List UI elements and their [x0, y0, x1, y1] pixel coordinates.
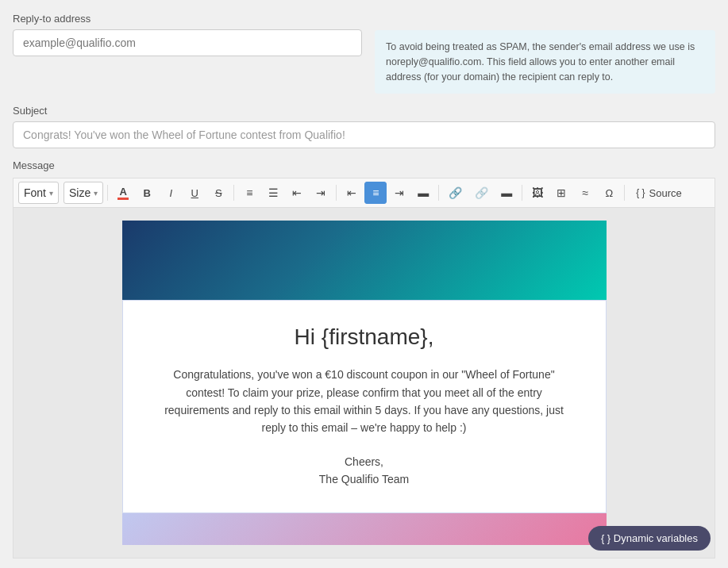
link-button[interactable]: 🔗 — [443, 182, 468, 204]
email-body: Hi {firstname}, Congratulations, you've … — [122, 300, 607, 512]
email-preview: Hi {firstname}, Congratulations, you've … — [122, 221, 607, 544]
subject-input[interactable] — [13, 121, 715, 148]
unlink-button[interactable]: 🔗 — [469, 182, 494, 204]
reply-to-col: Reply-to address — [13, 13, 362, 56]
form-section: Reply-to address To avoid being treated … — [13, 13, 715, 558]
reply-to-input[interactable] — [13, 29, 362, 56]
align-center-button[interactable]: ≡ — [364, 182, 387, 204]
justify-button[interactable]: ▬ — [412, 182, 434, 204]
indent-icon: ⇥ — [316, 186, 325, 199]
special-chars-icon: ≈ — [582, 186, 588, 199]
source-button[interactable]: { } Source — [629, 182, 689, 204]
email-footer-banner — [122, 513, 607, 545]
subject-label: Subject — [13, 105, 715, 117]
separator-4 — [438, 185, 439, 201]
align-left-icon: ⇤ — [347, 186, 356, 199]
size-chevron-icon: ▾ — [94, 189, 98, 198]
strikethrough-button[interactable]: S — [207, 182, 229, 204]
bold-button[interactable]: B — [136, 182, 158, 204]
separator-6 — [624, 185, 625, 201]
email-sign: Cheers, The Qualifio Team — [155, 453, 574, 489]
underline-button[interactable]: U — [183, 182, 206, 204]
font-color-icon: A — [117, 186, 129, 200]
separator-1 — [107, 185, 108, 201]
info-box: To avoid being treated as SPAM, the send… — [375, 30, 715, 94]
align-right-button[interactable]: ⇥ — [388, 182, 410, 204]
link-icon: 🔗 — [449, 186, 462, 199]
email-greeting: Hi {firstname}, — [155, 324, 574, 350]
subject-row: Subject — [13, 105, 715, 148]
ordered-list-icon: ≡ — [246, 186, 252, 199]
source-icon: { } — [636, 187, 645, 198]
align-right-icon: ⇥ — [395, 186, 404, 199]
hr-icon: ▬ — [501, 186, 512, 199]
outdent-button[interactable]: ⇤ — [286, 182, 308, 204]
omega-button[interactable]: Ω — [598, 182, 620, 204]
font-color-button[interactable]: A — [112, 182, 134, 204]
editor-toolbar: Font ▾ Size ▾ A B I U S ≡ — [13, 178, 715, 207]
size-dropdown[interactable]: Size ▾ — [64, 182, 103, 204]
align-center-icon: ≡ — [372, 186, 379, 199]
image-button[interactable]: 🖼 — [526, 182, 549, 204]
font-label: Font — [24, 186, 46, 199]
dynamic-variables-button[interactable]: { } Dynamic variables — [588, 526, 711, 551]
message-label: Message — [13, 159, 715, 171]
table-icon: ⊞ — [557, 186, 566, 199]
separator-2 — [233, 185, 234, 201]
reply-to-label: Reply-to address — [13, 13, 362, 25]
unordered-list-icon: ☰ — [268, 186, 279, 199]
reply-to-row: Reply-to address To avoid being treated … — [13, 13, 715, 94]
indent-button[interactable]: ⇥ — [310, 182, 332, 204]
email-sign-line2: The Qualifio Team — [155, 470, 574, 488]
email-header-banner — [122, 221, 607, 300]
table-button[interactable]: ⊞ — [550, 182, 572, 204]
separator-5 — [522, 185, 522, 201]
justify-icon: ▬ — [418, 186, 429, 199]
image-icon: 🖼 — [532, 186, 543, 199]
outdent-icon: ⇤ — [292, 186, 302, 199]
font-chevron-icon: ▾ — [49, 189, 53, 198]
align-left-button[interactable]: ⇤ — [341, 182, 363, 204]
ordered-list-button[interactable]: ≡ — [238, 182, 260, 204]
source-label: Source — [649, 187, 682, 199]
special-chars-button[interactable]: ≈ — [574, 182, 596, 204]
size-label: Size — [69, 186, 91, 199]
italic-button[interactable]: I — [160, 182, 182, 204]
hr-button[interactable]: ▬ — [495, 182, 518, 204]
separator-3 — [336, 185, 337, 201]
unlink-icon: 🔗 — [475, 186, 488, 199]
editor-area[interactable]: Hi {firstname}, Congratulations, you've … — [13, 207, 715, 558]
email-body-text: Congratulations, you've won a €10 discou… — [155, 366, 574, 437]
font-dropdown[interactable]: Font ▾ — [18, 182, 59, 204]
unordered-list-button[interactable]: ☰ — [262, 182, 284, 204]
email-sign-line1: Cheers, — [155, 453, 574, 470]
